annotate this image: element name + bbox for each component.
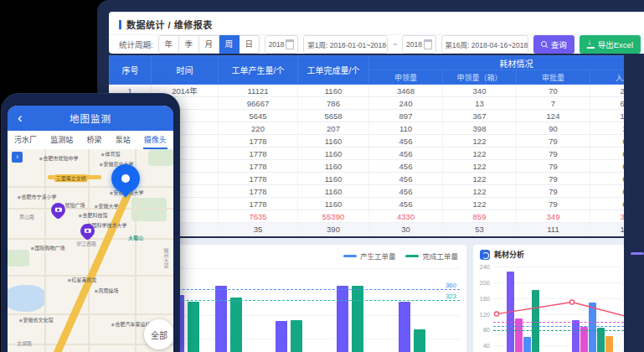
table-cell: 5658 xyxy=(298,110,369,122)
period-button-季[interactable]: 季 xyxy=(179,35,199,54)
phone-tab-泵站[interactable]: 泵站 xyxy=(115,132,131,149)
export-excel-button[interactable]: 导出Excel xyxy=(580,35,641,54)
map-poi-label: 合肥科技馆 xyxy=(79,211,108,219)
street xyxy=(8,186,173,188)
y-axis-tick: 120 xyxy=(477,311,490,318)
phone-tab-污水厂[interactable]: 污水厂 xyxy=(13,132,38,149)
table-cell: 122 xyxy=(443,148,517,160)
table-cell: 250 xyxy=(590,85,625,97)
phone-tab-桥梁[interactable]: 桥梁 xyxy=(85,132,102,149)
map-poi-label: 望江西路 xyxy=(76,240,96,247)
table-cell: 5645 xyxy=(219,110,298,122)
summary-cell: 53 xyxy=(443,223,517,236)
bar xyxy=(605,336,613,352)
avg-row: 平均值353903053111140 xyxy=(110,223,625,236)
y-axis-tick: 80 xyxy=(477,326,490,334)
table-cell: 79 xyxy=(517,160,590,173)
table-cell: 122 xyxy=(443,160,517,173)
summary-cell: 336 xyxy=(590,210,625,223)
map-poi-label: 大蜀山 xyxy=(128,234,143,241)
bar-完成工单量 xyxy=(352,286,363,352)
table-cell: 1160 xyxy=(298,160,369,173)
table-row: 9177811604561227967 xyxy=(110,185,625,198)
table-cell: 67 xyxy=(590,185,625,198)
clipped-legend-pill xyxy=(631,252,644,255)
table-body: 12014年1112111603468340702502966677862401… xyxy=(110,85,625,236)
table-row: 8177811604561227967 xyxy=(110,173,625,185)
table-cell: 1160 xyxy=(298,198,369,210)
table-row: 7177811604561227967 xyxy=(110,160,625,173)
table-cell: 1160 xyxy=(298,135,369,148)
reference-line xyxy=(493,330,624,331)
table-cell: 90 xyxy=(517,122,590,135)
bar-完成工单量 xyxy=(291,320,302,352)
show-all-button[interactable]: 全部 xyxy=(144,319,173,349)
chart-header: 耗材分析 xyxy=(480,249,524,260)
summary-cell: 140 xyxy=(590,223,625,236)
report-table-card: 序号时间工单产生量/个工单完成量/个耗材情况申领量申领量（箱）审批量入库量 12… xyxy=(109,55,624,236)
legend-item[interactable]: 产生工单量 xyxy=(343,251,396,261)
park-area xyxy=(8,250,29,267)
summary-cell: 390 xyxy=(298,223,369,236)
reference-line-label: 323 xyxy=(446,292,456,300)
period-button-周[interactable]: 周 xyxy=(219,35,240,54)
bar xyxy=(515,318,523,352)
search-icon xyxy=(541,41,548,48)
sub-column-header: 审批量 xyxy=(517,70,590,85)
summary-cell: 55390 xyxy=(298,210,369,223)
period-button-年[interactable]: 年 xyxy=(158,35,179,54)
table-cell: 240 xyxy=(369,97,443,110)
phone-page-title: 地图监测 xyxy=(70,111,111,125)
table-cell: 67 xyxy=(590,135,625,148)
end-week-input[interactable]: 第16周: 2018-04-16~2018-04-22 xyxy=(441,35,528,54)
map-expand-button[interactable]: › xyxy=(12,152,23,163)
table-cell: 456 xyxy=(369,198,443,210)
column-header: 时间 xyxy=(152,56,219,85)
period-button-日[interactable]: 日 xyxy=(240,35,260,54)
table-cell: 1778 xyxy=(219,185,298,198)
table-header: 序号时间工单产生量/个工单完成量/个耗材情况申领量申领量（箱）审批量入库量 xyxy=(110,56,625,85)
poi-icon xyxy=(68,279,71,282)
poi-icon xyxy=(95,205,98,209)
bar xyxy=(523,337,531,352)
table-cell: 79 xyxy=(517,173,590,185)
start-week-input[interactable]: 第1周: 2018-01-01~2018-01-07 xyxy=(303,35,388,54)
end-year-select[interactable]: 2018 xyxy=(402,35,436,54)
start-year-select[interactable]: 2018 xyxy=(265,35,299,54)
period-button-月[interactable]: 月 xyxy=(199,35,219,54)
camera-cluster-marker[interactable] xyxy=(111,164,140,193)
table-cell: 1160 xyxy=(298,148,369,160)
phone-tab-摄像头[interactable]: 摄像头 xyxy=(143,132,167,149)
poi-icon xyxy=(111,324,115,327)
table-cell: 79 xyxy=(517,185,590,198)
table-cell: 11121 xyxy=(219,85,298,97)
table-row: 6177811604561227967 xyxy=(110,148,625,160)
breadcrumb-text: 数据统计 / 维修报表 xyxy=(126,18,213,31)
table-cell: 122 xyxy=(443,198,517,210)
back-chevron-icon[interactable]: ‹ xyxy=(18,107,23,129)
poi-icon xyxy=(79,215,82,218)
chart-title: 耗材分析 xyxy=(494,249,524,260)
map-view[interactable]: 合肥市琥珀中学体育馆安徽农业大学三里庵立交桥合肥市宁溪小学安徽医科大学琥珀广场安… xyxy=(8,149,173,352)
table-cell: 67 xyxy=(590,173,625,185)
query-button[interactable]: 查询 xyxy=(533,35,574,54)
table-cell: 1160 xyxy=(298,173,369,185)
map-poi-label: 徽州大道 xyxy=(162,248,169,268)
table-cell: 367 xyxy=(443,110,517,122)
legend-item[interactable]: 完成工单量 xyxy=(405,251,458,261)
table-cell: 124 xyxy=(517,110,590,122)
column-header: 工单产生量/个 xyxy=(219,56,298,85)
y-axis-tick: 240 xyxy=(477,263,490,271)
table-cell: 1778 xyxy=(219,198,298,210)
total-row: 合计7635553904330859349336 xyxy=(110,210,625,223)
sub-column-header: 入库量 xyxy=(590,70,625,85)
table-cell: 398 xyxy=(443,122,517,135)
phone-tab-监测站[interactable]: 监测站 xyxy=(49,132,74,149)
legend-label: 产生工单量 xyxy=(360,251,396,261)
column-header: 工单完成量/个 xyxy=(298,56,369,85)
poi-icon xyxy=(18,196,21,199)
table-cell: 1778 xyxy=(219,135,298,148)
summary-cell: 859 xyxy=(443,210,517,223)
report-table: 序号时间工单产生量/个工单完成量/个耗材情况申领量申领量（箱）审批量入库量 12… xyxy=(109,55,624,236)
park-area xyxy=(131,198,167,221)
